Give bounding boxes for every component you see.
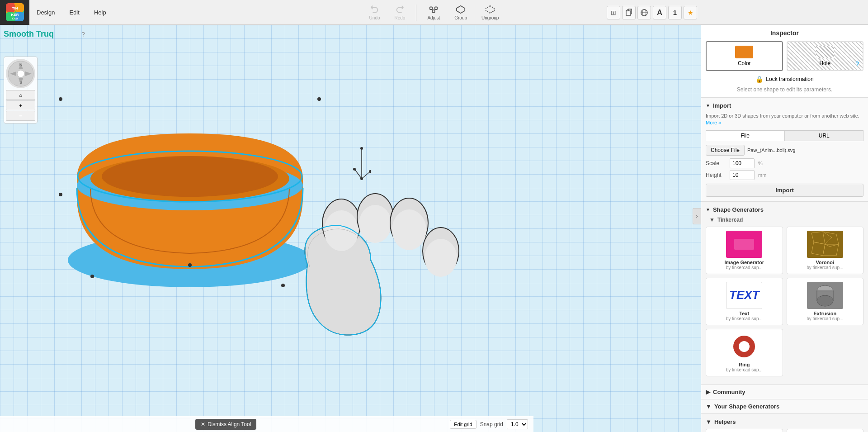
height-row: Height mm (706, 170, 863, 180)
dismiss-align-tool-button[interactable]: ✕ Dismiss Align Tool (195, 419, 256, 430)
shape-by-image-gen: by tinkercad sup... (710, 265, 779, 270)
shape-card-ring[interactable]: Ring by tinkercad sup... (706, 329, 783, 376)
svg-point-21 (102, 156, 278, 197)
inspector-title: Inspector (706, 29, 863, 37)
text-thumbnail: TEXT (726, 282, 762, 309)
nav-zoom-in-button[interactable]: + (6, 100, 35, 110)
helper-card-1[interactable]: Ruler (706, 429, 783, 432)
shape-gen-section-header[interactable]: ▼ Shape Generators (706, 206, 863, 213)
logo-icon[interactable]: TIN KER CAD (6, 3, 24, 21)
redo-button[interactable]: Redo (387, 2, 413, 23)
dismiss-x-icon: ✕ (201, 421, 205, 427)
star-view-button[interactable]: ★ (684, 6, 697, 19)
community-arrow-icon: ▶ (706, 389, 710, 395)
ring-thumb-container (726, 333, 762, 360)
import-button[interactable]: Import (706, 184, 863, 197)
edit-grid-button[interactable]: Edit grid (450, 420, 476, 429)
inspector-message: Select one shape to edit its parameters. (706, 86, 863, 93)
inspector-help-button[interactable]: ? (855, 60, 859, 67)
undo-button[interactable]: Undo (362, 2, 387, 23)
extrusion-thumb-container (807, 282, 843, 309)
group-button[interactable]: Group (447, 2, 474, 23)
tinkercad-subsection-header[interactable]: ▼ Tinkercad (706, 217, 863, 223)
svg-marker-10 (457, 6, 465, 14)
shape-by-extrusion: by tinkercad sup... (791, 316, 860, 321)
nav-zoom-out-button[interactable]: − (6, 111, 35, 121)
menu-design[interactable]: Design (29, 0, 62, 25)
hole-button[interactable]: Hole (787, 41, 864, 71)
nav-home-button[interactable]: ⌂ (6, 90, 35, 100)
helper-card-2[interactable]: Mirror (787, 429, 864, 432)
selection-handle-bl[interactable] (90, 275, 94, 278)
snap-grid-select[interactable]: 0.1 0.5 1.0 2.0 5.0 (507, 419, 528, 429)
svg-text:KER: KER (11, 13, 19, 17)
scale-height-row: Scale % Height mm (706, 158, 863, 180)
import-file-tab[interactable]: File (706, 130, 785, 141)
inspector-section: Inspector ? Color Hole 🔒 Lock transforma… (701, 25, 868, 98)
selection-handle-tr[interactable] (317, 97, 321, 101)
sphere-view-button[interactable] (637, 6, 651, 19)
text-view-button[interactable]: A (653, 6, 666, 19)
helpers-section-header[interactable]: ▼ Helpers (706, 418, 863, 425)
ungroup-button[interactable]: Ungroup (474, 2, 506, 23)
import-section-header[interactable]: ▼ Import (706, 102, 863, 109)
your-shape-gen-arrow-icon: ▼ (706, 403, 712, 410)
scale-unit: % (758, 161, 763, 166)
shape-gen-arrow-icon: ▼ (706, 207, 710, 212)
selection-handle-mm[interactable] (188, 263, 192, 267)
svg-point-34 (360, 177, 363, 180)
grid-view-button[interactable]: ⊞ (607, 6, 620, 19)
group-label: Group (454, 15, 467, 20)
shape-gen-label: Shape Generators (713, 206, 764, 213)
ring-thumbnail (726, 333, 762, 360)
text-thumb-container: TEXT (726, 282, 762, 309)
shape-card-voronoi[interactable]: Voronoi by tinkercad sup... (787, 227, 864, 274)
svg-point-36 (353, 168, 356, 171)
logo-area[interactable]: TIN KER CAD (0, 0, 29, 25)
cube-view-button[interactable] (622, 6, 636, 19)
height-unit: mm (758, 172, 766, 178)
one-view-button[interactable]: 1 (668, 6, 682, 19)
shape-name-voronoi: Voronoi (791, 260, 860, 265)
selection-handle-ml[interactable] (59, 193, 62, 196)
import-more-link[interactable]: More » (706, 120, 721, 125)
menu-help[interactable]: Help (87, 0, 113, 25)
import-url-tab[interactable]: URL (785, 130, 864, 141)
selection-handle-tl[interactable] (59, 97, 62, 101)
svg-marker-11 (486, 6, 494, 14)
project-title[interactable]: Smooth Truq (4, 29, 54, 39)
color-button[interactable]: Color (706, 41, 783, 71)
menu-edit[interactable]: Edit (62, 0, 86, 25)
svg-rect-12 (626, 11, 631, 15)
shape-generators-section: ▼ Shape Generators ▼ Tinkercad Image Gen… (701, 202, 868, 385)
undo-label: Undo (369, 15, 380, 20)
shape-card-text[interactable]: TEXT Text by tinkercad sup... (706, 278, 783, 325)
adjust-button[interactable]: Adjust (420, 2, 447, 23)
height-label: Height (706, 172, 726, 178)
shape-card-image-gen[interactable]: Image Generator by tinkercad sup... (706, 227, 783, 274)
svg-point-30 (425, 239, 457, 277)
your-shape-gen-header[interactable]: ▼ Your Shape Generators (706, 403, 863, 410)
scale-row: Scale % (706, 158, 863, 168)
svg-line-33 (362, 172, 370, 179)
image-gen-thumbnail (726, 231, 762, 258)
right-panel: Inspector ? Color Hole 🔒 Lock transforma… (701, 25, 868, 432)
canvas-area[interactable]: N S ⌂ + − ✕ Dismiss Align Tool Edit grid… (0, 25, 701, 432)
shape-by-voronoi: by tinkercad sup... (791, 265, 860, 270)
help-question-mark[interactable]: ? (81, 31, 85, 38)
navigator-widget: N S ⌂ + − (4, 57, 38, 123)
svg-point-26 (359, 205, 392, 243)
your-shape-gen-section: ▼ Your Shape Generators (701, 399, 868, 414)
community-section-header[interactable]: ▶ Community (706, 389, 863, 395)
color-label: Color (738, 60, 751, 66)
scale-input[interactable] (730, 158, 755, 168)
height-input[interactable] (730, 170, 755, 180)
right-panel-toggle[interactable]: › (693, 208, 701, 224)
choose-file-button[interactable]: Choose File (706, 145, 745, 156)
shape-card-extrusion[interactable]: Extrusion by tinkercad sup... (787, 278, 864, 325)
lock-label: Lock transformation (766, 76, 813, 82)
svg-rect-8 (435, 7, 438, 10)
import-section: ▼ Import Import 2D or 3D shapes from you… (701, 98, 868, 202)
nav-compass[interactable]: N S (6, 59, 35, 88)
paw-object[interactable] (271, 174, 488, 346)
